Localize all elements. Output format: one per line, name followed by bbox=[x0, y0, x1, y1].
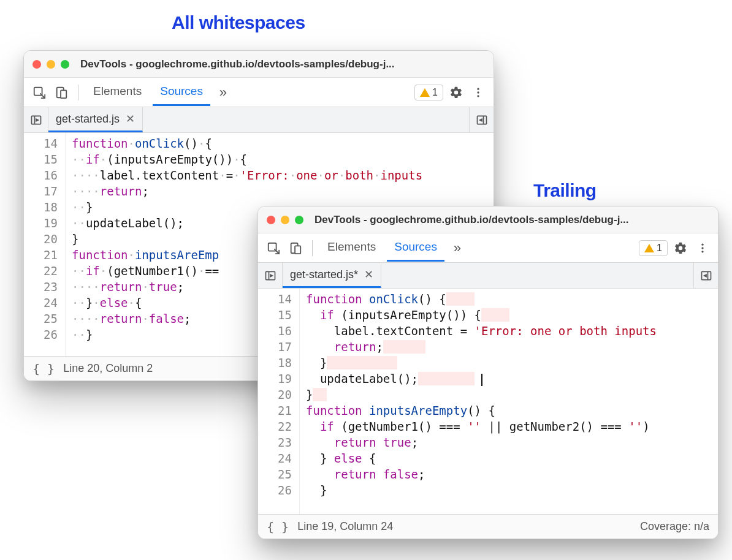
navigator-toggle-icon[interactable] bbox=[24, 107, 48, 132]
close-tab-icon[interactable]: ✕ bbox=[364, 268, 373, 281]
navigator-toggle-icon[interactable] bbox=[258, 263, 283, 288]
line-number-gutter: 14151617181920212223242526 bbox=[24, 133, 66, 356]
code-line[interactable]: function onClick() { bbox=[306, 291, 718, 307]
toolbar-separator bbox=[78, 85, 78, 100]
line-number[interactable]: 19 bbox=[26, 215, 58, 231]
kebab-menu-icon[interactable] bbox=[693, 239, 712, 257]
code-line[interactable]: ····label.textContent·=·'Error:·one·or·b… bbox=[72, 167, 494, 183]
line-number[interactable]: 17 bbox=[261, 339, 292, 355]
line-number[interactable]: 18 bbox=[26, 199, 58, 215]
code-line[interactable]: ··if·(inputsAreEmpty())·{ bbox=[72, 151, 494, 167]
kebab-menu-icon[interactable] bbox=[469, 83, 487, 102]
tab-sources[interactable]: Sources bbox=[387, 234, 444, 262]
debugger-pane-toggle-icon[interactable] bbox=[693, 263, 718, 288]
file-tab-label: get-started.js* bbox=[290, 268, 358, 281]
line-number[interactable]: 16 bbox=[261, 323, 292, 339]
file-tabs-bar: get-started.js* ✕ bbox=[258, 263, 718, 289]
code-line[interactable]: if (inputsAreEmpty()) { bbox=[306, 307, 718, 323]
line-number[interactable]: 20 bbox=[26, 231, 58, 247]
line-number[interactable]: 21 bbox=[261, 403, 292, 418]
code-line[interactable]: return false; bbox=[306, 466, 718, 482]
tab-elements[interactable]: Elements bbox=[320, 234, 383, 262]
code-line[interactable]: return; bbox=[306, 339, 718, 355]
code-line[interactable]: if (getNumber1() === '' || getNumber2() … bbox=[306, 418, 718, 434]
code-line[interactable]: } else { bbox=[306, 450, 718, 466]
code-content[interactable]: function onClick() { if (inputsAreEmpty(… bbox=[300, 289, 718, 514]
traffic-lights bbox=[267, 216, 303, 224]
tab-sources[interactable]: Sources bbox=[153, 78, 210, 106]
warning-icon bbox=[644, 244, 654, 252]
titlebar: DevTools - googlechrome.github.io/devtoo… bbox=[24, 51, 494, 78]
line-number[interactable]: 19 bbox=[261, 371, 292, 387]
code-line[interactable]: function inputsAreEmpty() { bbox=[306, 403, 718, 418]
line-number[interactable]: 18 bbox=[261, 355, 292, 371]
code-line[interactable]: } bbox=[306, 355, 718, 371]
minimize-window-button[interactable] bbox=[47, 60, 55, 69]
device-toolbar-icon[interactable] bbox=[286, 239, 305, 257]
inspect-element-icon[interactable] bbox=[264, 239, 283, 257]
inspect-element-icon[interactable] bbox=[30, 83, 48, 102]
code-line[interactable]: } bbox=[306, 482, 718, 498]
warning-count: 1 bbox=[432, 87, 438, 98]
line-number[interactable]: 21 bbox=[26, 247, 58, 263]
zoom-window-button[interactable] bbox=[61, 60, 69, 69]
line-number[interactable]: 14 bbox=[261, 291, 292, 307]
line-number[interactable]: 25 bbox=[261, 466, 292, 482]
code-editor[interactable]: 14151617181920212223242526 function onCl… bbox=[258, 289, 718, 514]
window-title: DevTools - googlechrome.github.io/devtoo… bbox=[315, 214, 629, 226]
code-line[interactable]: function·onClick()·{ bbox=[72, 135, 494, 151]
svg-rect-2 bbox=[61, 90, 66, 98]
line-number[interactable]: 26 bbox=[261, 482, 292, 498]
text-cursor bbox=[481, 374, 482, 386]
close-tab-icon[interactable]: ✕ bbox=[126, 112, 135, 126]
pretty-print-icon[interactable]: { } bbox=[267, 520, 289, 534]
traffic-lights bbox=[32, 60, 69, 69]
line-number[interactable]: 26 bbox=[26, 327, 58, 342]
cursor-position: Line 19, Column 24 bbox=[297, 520, 393, 533]
warnings-badge[interactable]: 1 bbox=[414, 85, 443, 100]
file-tab-get-started[interactable]: get-started.js ✕ bbox=[48, 107, 143, 132]
code-line[interactable]: label.textContent = 'Error: one or both … bbox=[306, 323, 718, 339]
code-line[interactable]: updateLabel(); bbox=[306, 371, 718, 387]
close-window-button[interactable] bbox=[267, 216, 275, 224]
line-number[interactable]: 22 bbox=[261, 418, 292, 434]
code-line[interactable]: ····return; bbox=[72, 183, 494, 199]
svg-point-11 bbox=[701, 243, 703, 245]
line-number[interactable]: 20 bbox=[261, 387, 292, 403]
svg-point-5 bbox=[477, 95, 479, 97]
line-number[interactable]: 22 bbox=[26, 263, 58, 279]
line-number[interactable]: 17 bbox=[26, 183, 58, 199]
settings-gear-icon[interactable] bbox=[671, 239, 690, 257]
pretty-print-icon[interactable]: { } bbox=[32, 361, 55, 376]
minimize-window-button[interactable] bbox=[281, 216, 289, 224]
file-tab-label: get-started.js bbox=[56, 113, 120, 126]
line-number[interactable]: 24 bbox=[261, 450, 292, 466]
more-tabs-icon[interactable]: » bbox=[214, 83, 232, 102]
svg-point-4 bbox=[477, 91, 479, 93]
warnings-badge[interactable]: 1 bbox=[639, 240, 668, 256]
file-tab-get-started-modified[interactable]: get-started.js* ✕ bbox=[283, 263, 381, 288]
window-title: DevTools - googlechrome.github.io/devtoo… bbox=[80, 58, 395, 70]
more-tabs-icon[interactable]: » bbox=[448, 239, 467, 257]
file-tabs-bar: get-started.js ✕ bbox=[24, 107, 494, 133]
line-number[interactable]: 14 bbox=[26, 135, 58, 151]
line-number[interactable]: 15 bbox=[26, 151, 58, 167]
line-number-gutter: 14151617181920212223242526 bbox=[258, 289, 300, 514]
device-toolbar-icon[interactable] bbox=[52, 83, 71, 102]
warning-count: 1 bbox=[657, 243, 662, 254]
code-line[interactable]: return true; bbox=[306, 434, 718, 450]
zoom-window-button[interactable] bbox=[295, 216, 303, 224]
line-number[interactable]: 16 bbox=[26, 167, 58, 183]
settings-gear-icon[interactable] bbox=[447, 83, 465, 102]
tab-elements[interactable]: Elements bbox=[86, 78, 149, 106]
line-number[interactable]: 15 bbox=[261, 307, 292, 323]
line-number[interactable]: 25 bbox=[26, 311, 58, 327]
code-line[interactable]: } bbox=[306, 387, 718, 403]
line-number[interactable]: 24 bbox=[26, 295, 58, 311]
debugger-pane-toggle-icon[interactable] bbox=[469, 107, 494, 132]
line-number[interactable]: 23 bbox=[26, 279, 58, 295]
line-number[interactable]: 23 bbox=[261, 434, 292, 450]
svg-point-3 bbox=[477, 88, 479, 89]
close-window-button[interactable] bbox=[32, 60, 41, 69]
svg-rect-10 bbox=[295, 246, 300, 254]
